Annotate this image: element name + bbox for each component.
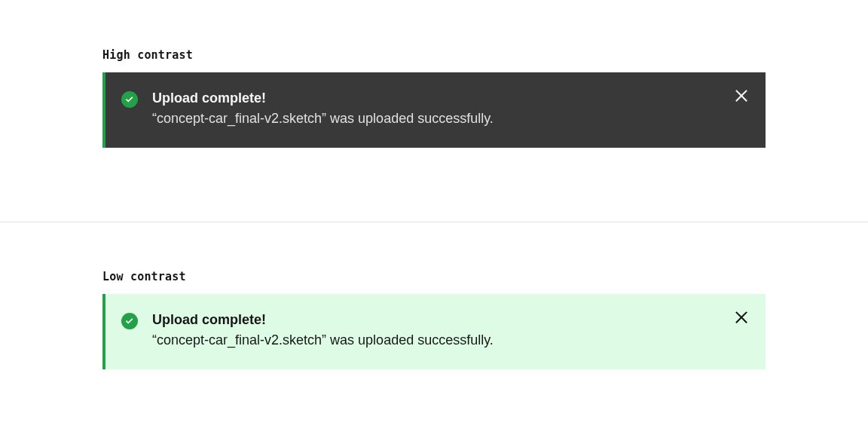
toast-description: “concept-car_final-v2.sketch” was upload… — [152, 330, 723, 350]
checkmark-filled-icon — [121, 312, 139, 330]
variant-label-low: Low contrast — [102, 270, 766, 283]
toast-title: Upload complete! — [152, 311, 723, 329]
close-button[interactable] — [732, 87, 750, 106]
toast-description: “concept-car_final-v2.sketch” was upload… — [152, 109, 723, 128]
variant-label-high: High contrast — [102, 48, 766, 62]
toast-title: Upload complete! — [152, 89, 723, 107]
toast-low-contrast: Upload complete! “concept-car_final-v2.s… — [102, 294, 766, 369]
high-contrast-section: High contrast Upload complete! “concept-… — [0, 0, 868, 222]
close-icon — [735, 89, 748, 105]
close-icon — [735, 311, 748, 326]
toast-body: Upload complete! “concept-car_final-v2.s… — [152, 89, 723, 128]
toast-body: Upload complete! “concept-car_final-v2.s… — [152, 311, 723, 350]
close-button[interactable] — [732, 309, 750, 327]
toast-high-contrast: Upload complete! “concept-car_final-v2.s… — [102, 72, 766, 148]
checkmark-filled-icon — [121, 90, 139, 109]
low-contrast-section: Low contrast Upload complete! “concept-c… — [0, 222, 868, 443]
